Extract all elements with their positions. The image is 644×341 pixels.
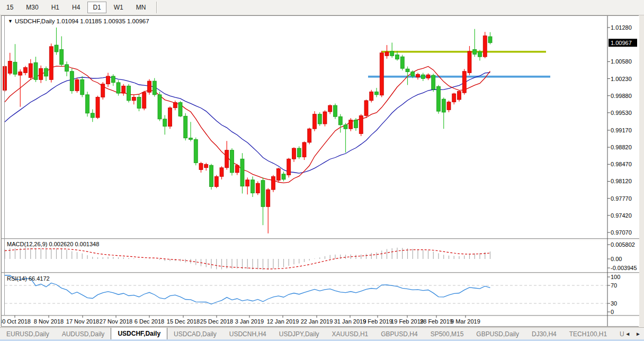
macd-axis-label: 0.005802 (611, 241, 635, 248)
candle-body (246, 180, 249, 186)
candle-body (132, 97, 136, 100)
candle-body (49, 47, 53, 80)
timeframe-button-m30[interactable]: M30 (21, 2, 43, 13)
candle-body (178, 103, 182, 116)
candle-body (385, 52, 389, 56)
date-label: 12 Jan 2019 (267, 318, 299, 325)
date-label: 9 Feb 2019 (363, 318, 392, 325)
price-label: 1.00230 (611, 76, 632, 82)
candle-body (437, 86, 441, 111)
tab-scroll-left-icon[interactable]: ◄ (625, 331, 630, 337)
price-label: 1.00580 (611, 58, 632, 65)
candle-body (24, 67, 28, 73)
timeframe-button-m15[interactable]: 15 (1, 2, 19, 13)
candle-body (272, 176, 275, 190)
candle-body (421, 75, 425, 78)
candle-body (442, 99, 445, 112)
rsi-label: RSI(14) 66.4172 (7, 275, 50, 282)
rsi-axis-label: 100 (611, 274, 620, 280)
date-label: 30 Oct 2018 (2, 318, 31, 325)
candle-body (163, 119, 167, 127)
timeframe-button-d1[interactable]: D1 (87, 2, 106, 13)
chart-tab-eurusd-daily[interactable]: EURUSD,Daily (0, 328, 56, 340)
candle-body (302, 142, 306, 157)
candle-body (308, 129, 311, 142)
candle-body (225, 150, 229, 168)
candle-body (240, 159, 244, 186)
candle-body (19, 72, 22, 75)
candle-body (44, 68, 48, 76)
price-label: 0.99880 (611, 93, 632, 99)
chart-tab-sp500-m15[interactable]: SP500,M15 (424, 328, 470, 340)
candle-body (101, 84, 105, 97)
chart-tab-usdjpy-daily[interactable]: USDJPY,Daily (273, 328, 326, 340)
price-chart[interactable]: 1.012801.005801.002300.998800.995300.991… (2, 16, 639, 326)
price-label: 0.99170 (611, 127, 632, 133)
price-label: 0.97770 (611, 195, 632, 202)
candle-body (204, 164, 208, 167)
macd-label: MACD(12,26,9) 0.002620 0.001348 (7, 241, 99, 247)
chart-title: USDCHF,Daily 1.01094 1.01185 1.00935 1.0… (15, 18, 149, 24)
candle-body (189, 138, 193, 140)
price-label: 0.98820 (611, 144, 632, 150)
date-label: 19 Feb 2019 (391, 318, 424, 325)
candle-body (194, 139, 198, 163)
symbol-dropdown-icon[interactable]: ▼ (8, 19, 13, 24)
date-label: 28 Feb 2019 (420, 318, 453, 325)
chart-tab-usdcad-daily[interactable]: USDCAD,Daily (167, 328, 223, 340)
candle-body (416, 74, 420, 77)
candle-body (173, 103, 177, 108)
candle-body (266, 190, 270, 207)
chart-tab-xauusd-h1[interactable]: XAUUSD,H1 (326, 328, 375, 340)
chart-tabs: EURUSD,DailyAUDUSD,DailyUSDCHF,DailyUSDC… (0, 328, 624, 340)
candle-body (313, 114, 317, 129)
candle-body (117, 83, 120, 93)
candle-body (158, 95, 162, 119)
chart-tab-gbpusd-daily[interactable]: GBPUSD,Daily (470, 328, 525, 340)
date-label: 25 Dec 2018 (200, 318, 233, 325)
rsi-axis-label: 0 (611, 309, 614, 315)
chart-tab-dj30-h4[interactable]: DJ30,H4 (525, 328, 563, 340)
timeframe-button-mn[interactable]: MN (131, 2, 151, 13)
candle-body (70, 71, 74, 91)
candle-body (55, 45, 58, 52)
resistance-hline[interactable] (381, 51, 546, 53)
candle-body (230, 150, 234, 173)
candle-body (328, 105, 332, 112)
candle-body (432, 75, 435, 89)
candle-body (380, 53, 383, 95)
chart-tab-audusd-daily[interactable]: AUDUSD,Daily (56, 328, 111, 340)
price-label: 1.01280 (611, 24, 632, 31)
date-label: 27 Nov 2018 (100, 318, 132, 325)
chart-tab-usdcnh-h4[interactable]: USDCNH,H4 (223, 328, 273, 340)
candle-body (292, 148, 296, 159)
candle-body (458, 91, 461, 100)
chart-tab-bar: EURUSD,DailyAUDUSD,DailyUSDCHF,DailyUSDC… (0, 327, 644, 340)
support-hline[interactable] (368, 76, 550, 78)
date-label: 31 Jan 2019 (334, 318, 366, 325)
candle-body (60, 49, 64, 64)
chart-tab-tech100-h1[interactable]: TECH100,H1 (563, 328, 613, 340)
date-label: 6 Dec 2018 (135, 318, 164, 325)
tab-scroll-right-icon[interactable]: ► (636, 331, 641, 337)
candle-body (153, 81, 156, 95)
candle-body (127, 86, 131, 101)
candle-body (297, 148, 301, 157)
timeframe-button-h4[interactable]: H4 (67, 2, 85, 13)
chart-tab-gbpusd-h4[interactable]: GBPUSD,H4 (374, 328, 424, 340)
timeframe-button-h1[interactable]: H1 (46, 2, 65, 13)
price-label: 0.97420 (611, 212, 632, 219)
candle-body (214, 176, 218, 186)
candle-body (390, 51, 394, 56)
chart-tab-usdchf-daily[interactable]: USDCHF,Daily (111, 328, 167, 340)
chart-window[interactable]: 1.012801.005801.002300.998800.995300.991… (1, 15, 639, 327)
candle-body (396, 55, 399, 59)
candle-body (400, 57, 404, 68)
candle-body (334, 105, 337, 116)
chart-tab-ukc[interactable]: UKC (613, 328, 624, 340)
toolbar-separator (156, 2, 157, 13)
candle-body (122, 86, 126, 93)
timeframe-button-w1[interactable]: W1 (109, 2, 129, 13)
price-label: 0.98120 (611, 178, 632, 184)
candle-body (483, 36, 487, 57)
